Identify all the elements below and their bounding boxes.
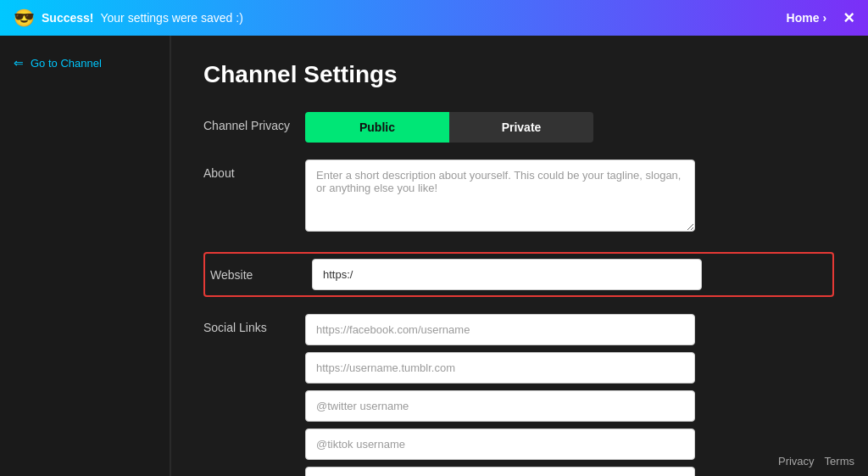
website-input[interactable]	[312, 259, 702, 290]
notification-bar: 😎 Success! Your settings were saved :) H…	[0, 0, 868, 36]
public-button[interactable]: Public	[305, 112, 449, 143]
website-wrapper	[312, 259, 702, 290]
social-links-wrapper	[305, 314, 695, 476]
sidebar: ⇐ Go to Channel	[0, 36, 170, 476]
tiktok-input[interactable]	[305, 428, 695, 460]
twitter-input[interactable]	[305, 390, 695, 422]
social-links-row: Social Links	[203, 314, 834, 476]
go-to-channel-link[interactable]: ⇐ Go to Channel	[0, 49, 170, 76]
website-row: Website	[203, 252, 834, 297]
terms-link[interactable]: Terms	[825, 455, 854, 468]
main-content: Channel Settings Channel Privacy Public …	[170, 36, 868, 476]
footer-links: Privacy Terms	[778, 455, 854, 468]
youtube-input[interactable]	[305, 467, 695, 476]
page-title: Channel Settings	[203, 61, 834, 88]
channel-privacy-label: Channel Privacy	[203, 112, 305, 132]
channel-privacy-row: Channel Privacy Public Private	[203, 112, 834, 143]
about-row: About	[203, 160, 834, 235]
facebook-input[interactable]	[305, 314, 695, 345]
go-to-channel-label: Go to Channel	[31, 57, 102, 70]
about-wrapper	[305, 160, 695, 235]
tumblr-input[interactable]	[305, 352, 695, 384]
private-button[interactable]: Private	[449, 112, 593, 143]
social-links-label: Social Links	[203, 314, 305, 334]
privacy-toggle: Public Private	[305, 112, 593, 143]
notification-message: 😎 Success! Your settings were saved :)	[14, 8, 243, 28]
privacy-link[interactable]: Privacy	[778, 455, 815, 468]
success-label: Success!	[42, 11, 93, 25]
about-textarea[interactable]	[305, 160, 695, 232]
about-label: About	[203, 160, 305, 180]
notification-right: Home › ×	[787, 8, 854, 27]
home-label: Home	[787, 11, 820, 25]
website-label: Website	[210, 268, 312, 282]
notification-emoji: 😎	[14, 8, 35, 28]
privacy-toggle-wrapper: Public Private	[305, 112, 695, 143]
home-link[interactable]: Home ›	[787, 11, 827, 25]
go-to-channel-icon: ⇐	[14, 56, 24, 70]
close-button[interactable]: ×	[843, 8, 854, 27]
notification-text: Your settings were saved :)	[100, 11, 242, 25]
chevron-right-icon: ›	[822, 11, 826, 25]
